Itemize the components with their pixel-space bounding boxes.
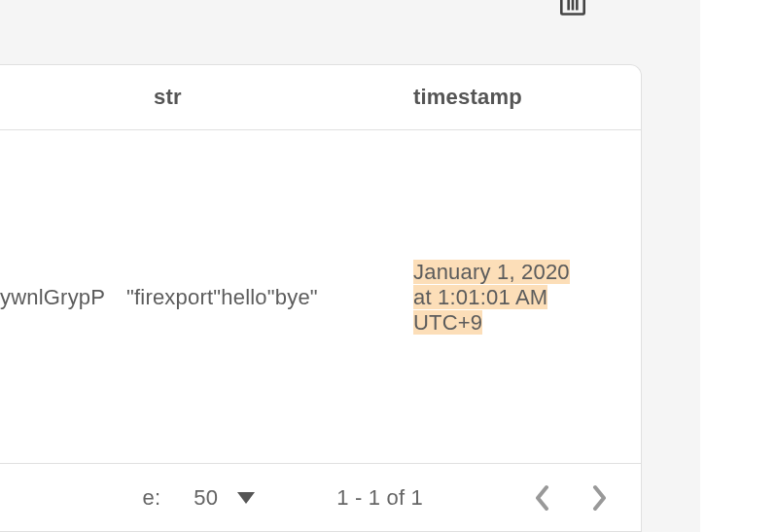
svg-marker-4 <box>237 492 255 504</box>
prev-page-button[interactable] <box>524 480 559 515</box>
bar-chart-icon[interactable] <box>560 0 585 16</box>
cell-id: ywnlGrypP <box>0 130 126 466</box>
cell-id-value: ywnlGrypP <box>0 285 105 309</box>
page-size-selector[interactable]: 50 <box>194 485 255 511</box>
data-card: str timestamp ywnlGrypP "firexport"hello… <box>0 64 642 532</box>
next-page-button[interactable] <box>582 480 617 515</box>
timestamp-line1: January 1, 2020 <box>413 260 570 284</box>
page-size-value: 50 <box>194 485 218 511</box>
cell-timestamp: January 1, 2020 at 1:01:01 AM UTC+9 <box>413 130 641 466</box>
chevron-down-icon <box>237 492 255 504</box>
data-table: str timestamp ywnlGrypP "firexport"hello… <box>0 65 641 466</box>
column-header-id[interactable] <box>0 65 126 130</box>
table-header-row: str timestamp <box>0 65 641 130</box>
rows-per-page-label: e: <box>143 485 161 511</box>
pager: e: 50 1 - 1 of 1 <box>0 463 641 531</box>
table-row[interactable]: ywnlGrypP "firexport"hello"bye" January … <box>0 130 641 466</box>
timestamp-line3: UTC+9 <box>413 310 482 335</box>
column-header-str-label: str <box>154 85 182 109</box>
timestamp-line2: at 1:01:01 AM <box>413 285 547 309</box>
right-panel-bg <box>700 0 776 532</box>
column-header-timestamp[interactable]: timestamp <box>413 65 641 130</box>
column-header-timestamp-label: timestamp <box>413 85 522 109</box>
cell-str: "firexport"hello"bye" <box>126 130 413 466</box>
toolbar <box>0 0 642 25</box>
column-header-str[interactable]: str <box>126 65 413 130</box>
page-range: 1 - 1 of 1 <box>336 485 423 511</box>
cell-str-value: "firexport"hello"bye" <box>126 285 318 309</box>
